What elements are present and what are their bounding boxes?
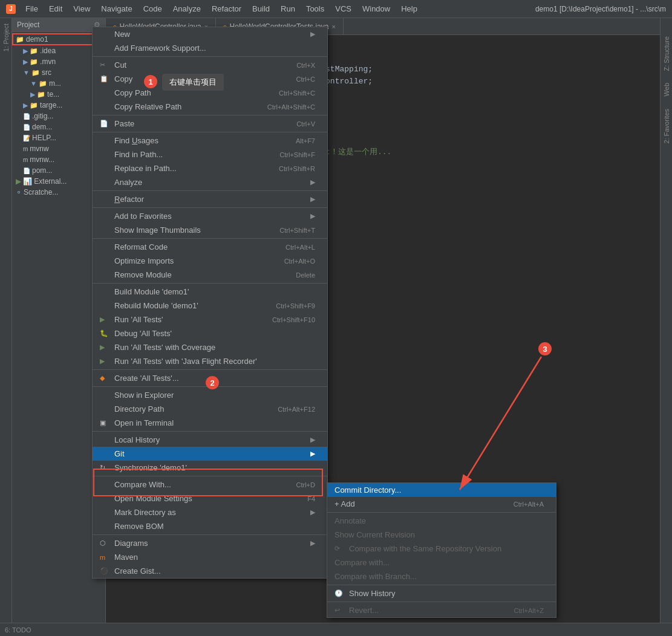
cm-icon-terminal: ▣ bbox=[100, 419, 109, 427]
cm-item-cut[interactable]: ✂ Cut Ctrl+X bbox=[93, 58, 327, 72]
git-sub-shortcut-revert: Ctrl+Alt+Z bbox=[514, 607, 544, 614]
folder-icon-target: ▶ 📁 bbox=[23, 102, 38, 109]
folder-icon-mvn: ▶ 📁 bbox=[23, 58, 38, 66]
tree-label-demo: dem... bbox=[32, 123, 52, 131]
cm-label-reformat: Reformat Code bbox=[114, 242, 281, 251]
cm-label-run-coverage: Run 'All Tests' with Coverage bbox=[114, 343, 315, 352]
cm-item-run-coverage[interactable]: ▶ Run 'All Tests' with Coverage bbox=[93, 340, 327, 354]
cm-label-refactor: Refactor bbox=[114, 195, 305, 204]
cm-item-build-module[interactable]: Build Module 'demo1' bbox=[93, 285, 327, 299]
cm-item-module-settings[interactable]: Open Module Settings F4 bbox=[93, 492, 327, 505]
cm-item-mark-dir[interactable]: Mark Directory as ▶ bbox=[93, 505, 327, 519]
cm-item-remove-module[interactable]: Remove Module Delete bbox=[93, 268, 327, 282]
menu-build[interactable]: Build bbox=[247, 2, 275, 16]
tree-label-idea: .idea bbox=[40, 47, 56, 55]
cm-item-local-history[interactable]: Local History ▶ bbox=[93, 433, 327, 447]
cm-shortcut-find-usages: Alt+F7 bbox=[296, 137, 315, 144]
cm-item-copy-relative[interactable]: Copy Relative Path Ctrl+Alt+Shift+C bbox=[93, 100, 327, 114]
status-todo[interactable]: 6: TODO bbox=[5, 626, 31, 634]
cm-item-terminal[interactable]: ▣ Open in Terminal bbox=[93, 416, 327, 430]
menu-edit[interactable]: Edit bbox=[44, 2, 67, 16]
context-menu: New ▶ Add Framework Support... ✂ Cut Ctr… bbox=[92, 27, 328, 579]
right-sidebar-web[interactable]: Web bbox=[663, 83, 670, 96]
cm-item-favorites[interactable]: Add to Favorites ▶ bbox=[93, 209, 327, 223]
menu-navigate[interactable]: Navigate bbox=[96, 2, 137, 16]
cm-item-thumbnails[interactable]: Show Image Thumbnails Ctrl+Shift+T bbox=[93, 223, 327, 237]
menu-help[interactable]: Help bbox=[396, 2, 422, 16]
menu-code[interactable]: Code bbox=[139, 2, 167, 16]
menu-view[interactable]: View bbox=[68, 2, 95, 16]
tooltip-right-click: 右键单击项目 bbox=[162, 74, 224, 91]
cm-item-run-jfr[interactable]: ▶ Run 'All Tests' with 'Java Flight Reco… bbox=[93, 354, 327, 368]
cm-icon-gist: ⚫ bbox=[100, 567, 109, 575]
menu-refactor[interactable]: Refactor bbox=[207, 2, 246, 16]
cm-item-rebuild-module[interactable]: Rebuild Module 'demo1' Ctrl+Shift+F9 bbox=[93, 299, 327, 313]
cm-item-compare[interactable]: Compare With... Ctrl+D bbox=[93, 478, 327, 492]
tree-item-scratches[interactable]: ⚬ Scratche... bbox=[12, 187, 105, 198]
cm-item-optimize[interactable]: Optimize Imports Ctrl+Alt+O bbox=[93, 254, 327, 268]
menu-file[interactable]: File bbox=[21, 2, 43, 16]
tree-label-target: targe... bbox=[40, 101, 62, 109]
cm-item-directory-path[interactable]: Directory Path Ctrl+Alt+F12 bbox=[93, 402, 327, 416]
menu-vcs[interactable]: VCS bbox=[330, 2, 356, 16]
project-header: Project ⚙ bbox=[12, 18, 105, 32]
cm-shortcut-copy-path: Ctrl+Shift+C bbox=[279, 89, 315, 97]
right-sidebar-favorites[interactable]: 2: Favorites bbox=[663, 109, 670, 143]
scratch-icon: ⚬ bbox=[16, 188, 22, 196]
cm-icon-run-jfr: ▶ bbox=[100, 357, 109, 365]
cm-item-maven[interactable]: m Maven bbox=[93, 550, 327, 564]
cm-item-find-path[interactable]: Find in Path... Ctrl+Shift+F bbox=[93, 148, 327, 161]
git-sub-commit[interactable]: Commit Directory... bbox=[327, 483, 556, 497]
cm-item-synchronize[interactable]: ↻ Synchronize 'demo1' bbox=[93, 461, 327, 475]
cm-item-paste[interactable]: 📄 Paste Ctrl+V bbox=[93, 117, 327, 131]
cm-item-diagrams[interactable]: ⬡ Diagrams ▶ bbox=[93, 536, 327, 550]
window-title: demo1 [D:\IdeaProject\demo1] - ...\src\m bbox=[535, 5, 666, 13]
file-icon-demo: 📄 bbox=[23, 124, 30, 131]
cm-arrow-favorites: ▶ bbox=[310, 212, 315, 220]
git-sub-add[interactable]: + Add Ctrl+Alt+A bbox=[327, 497, 556, 511]
git-sub-revert: ↩ Revert... Ctrl+Alt+Z bbox=[327, 603, 556, 617]
sidebar-project-label[interactable]: 1: Project bbox=[1, 21, 11, 54]
cm-label-analyze: Analyze bbox=[114, 178, 305, 187]
cm-item-refactor[interactable]: Refactor ▶ bbox=[93, 192, 327, 206]
tree-item-external[interactable]: ▶ 📊 External... bbox=[12, 176, 105, 187]
cm-item-analyze[interactable]: Analyze ▶ bbox=[93, 175, 327, 189]
cm-label-replace-path: Replace in Path... bbox=[114, 164, 274, 173]
cm-item-new[interactable]: New ▶ bbox=[93, 27, 327, 41]
menu-tools[interactable]: Tools bbox=[301, 2, 329, 16]
menu-analyze[interactable]: Analyze bbox=[168, 2, 206, 16]
cm-item-debug-tests[interactable]: 🐛 Debug 'All Tests' bbox=[93, 326, 327, 340]
tab-close-2[interactable]: × bbox=[331, 23, 335, 30]
cm-label-run-tests: Run 'All Tests' bbox=[114, 315, 267, 324]
cm-item-show-explorer[interactable]: Show in Explorer bbox=[93, 388, 327, 402]
right-sidebar-structure[interactable]: Z: Structure bbox=[663, 36, 670, 71]
cm-sep-11 bbox=[93, 476, 327, 476]
cm-item-replace-path[interactable]: Replace in Path... Ctrl+Shift+R bbox=[93, 161, 327, 175]
cm-item-find-usages[interactable]: Find Usages Alt+F7 bbox=[93, 134, 327, 148]
cm-sep-7 bbox=[93, 283, 327, 284]
tree-item-demo1[interactable]: 📁 demo1 bbox=[12, 33, 105, 45]
git-sub-compare-same: ⟳ Compare with the Same Repository Versi… bbox=[327, 542, 556, 556]
cm-item-add-framework[interactable]: Add Framework Support... bbox=[93, 41, 327, 55]
git-sub-show-history[interactable]: 🕐 Show History bbox=[327, 586, 556, 600]
cm-item-remove-bom[interactable]: Remove BOM bbox=[93, 519, 327, 533]
cm-item-run-tests[interactable]: ▶ Run 'All Tests' Ctrl+Shift+F10 bbox=[93, 313, 327, 326]
cm-label-copy-relative: Copy Relative Path bbox=[114, 102, 263, 111]
git-sub-shortcut-add: Ctrl+Alt+A bbox=[514, 501, 544, 508]
git-sub-label-show-history: Show History bbox=[349, 589, 544, 598]
cm-label-directory-path: Directory Path bbox=[114, 404, 273, 414]
menu-window[interactable]: Window bbox=[357, 2, 395, 16]
cm-label-remove-bom: Remove BOM bbox=[114, 522, 315, 531]
cm-item-reformat[interactable]: Reformat Code Ctrl+Alt+L bbox=[93, 240, 327, 254]
cm-item-git[interactable]: Git ▶ bbox=[93, 447, 327, 461]
file-icon-gitignore: 📄 bbox=[23, 113, 30, 120]
cm-label-cut: Cut bbox=[114, 60, 292, 70]
cm-item-gist[interactable]: ⚫ Create Gist... bbox=[93, 564, 327, 578]
cm-icon-synchronize: ↻ bbox=[100, 464, 109, 472]
cm-label-maven: Maven bbox=[114, 553, 315, 562]
tree-label-mvn: .mvn bbox=[40, 57, 56, 66]
cm-icon-cut: ✂ bbox=[100, 61, 109, 69]
cm-label-run-jfr: Run 'All Tests' with 'Java Flight Record… bbox=[114, 357, 315, 366]
git-sub-show-revision: Show Current Revision bbox=[327, 528, 556, 542]
menu-run[interactable]: Run bbox=[276, 2, 300, 16]
